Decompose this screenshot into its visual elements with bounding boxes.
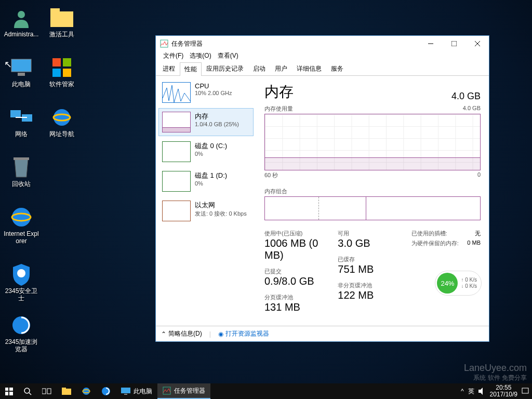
system-tray[interactable]: ^ 英 20:55 2017/10/9: [458, 383, 532, 399]
stat-nonpaged-label: 非分页缓冲池: [338, 282, 407, 289]
desktop-icon[interactable]: 回收站: [2, 156, 41, 188]
chevron-up-icon: ⌃: [161, 330, 166, 338]
svg-point-30: [24, 388, 30, 393]
desktop-icon-label: 网址导航: [43, 130, 81, 138]
desktop-icon[interactable]: 激活工具: [43, 6, 81, 38]
desktop-icon[interactable]: 网址导航: [43, 106, 81, 138]
desktop-icon-label: 2345安全卫士: [2, 287, 41, 302]
tray-chevron-icon[interactable]: ^: [461, 388, 464, 395]
tab-启动[interactable]: 启动: [248, 62, 270, 75]
iebig-icon: [10, 206, 33, 229]
svg-point-36: [83, 388, 90, 395]
axis-right: 0: [477, 171, 481, 179]
svg-marker-42: [478, 388, 483, 395]
notification-icon[interactable]: [522, 388, 529, 395]
svg-rect-21: [451, 41, 457, 46]
sidebar-item-disk[interactable]: 磁盘 1 (D:)0%: [158, 167, 254, 195]
sidebar-item-cpu[interactable]: CPU10% 2.00 GHz: [158, 78, 254, 107]
ime-indicator[interactable]: 英: [468, 387, 474, 396]
tab-性能[interactable]: 性能: [180, 62, 202, 76]
sidebar-item-mem[interactable]: 内存1.0/4.0 GB (25%): [158, 108, 254, 136]
memory-composition-bar: [264, 196, 481, 220]
tabs: 进程性能应用历史记录启动用户详细信息服务: [156, 62, 489, 76]
svg-rect-5: [52, 58, 61, 66]
sidebar-item-sub: 1.0/4.0 GB (25%): [195, 121, 239, 127]
tray-date[interactable]: 2017/10/9: [490, 391, 517, 398]
svg-rect-1: [50, 11, 73, 27]
tab-服务[interactable]: 服务: [326, 62, 348, 75]
desktop-icon-label: Internet Explorer: [2, 230, 41, 245]
badge-down: 0 K/s: [465, 283, 477, 289]
kv-val: 0 MB: [467, 240, 481, 247]
fewer-details-button[interactable]: ⌃简略信息(D): [161, 329, 202, 338]
svg-point-18: [12, 316, 30, 334]
comp-label: 内存组合: [264, 188, 287, 195]
svg-point-17: [17, 269, 25, 277]
resource-monitor-link[interactable]: ◉打开资源监视器: [218, 329, 269, 338]
tab-进程[interactable]: 进程: [158, 62, 180, 75]
svg-line-31: [29, 393, 31, 395]
desktop-icon[interactable]: 2345安全卫士: [2, 263, 41, 302]
svg-rect-4: [18, 73, 25, 76]
thumb-eth: [162, 201, 191, 221]
sidebar-item-sub: 0%: [195, 180, 227, 187]
pc-icon: [10, 56, 33, 79]
task-manager-window: 任务管理器 文件(F)选项(O)查看(V) 进程性能应用历史记录启动用户详细信息…: [155, 35, 489, 342]
desktop-icon-label: 网络: [2, 130, 41, 138]
minimize-button[interactable]: [419, 36, 442, 51]
monitor-icon: ◉: [218, 330, 223, 338]
svg-point-12: [54, 109, 70, 126]
stat-avail-label: 可用: [338, 230, 407, 237]
svg-rect-43: [522, 388, 528, 393]
desktop-icon[interactable]: Internet Explorer: [2, 206, 41, 245]
svg-rect-39: [121, 388, 130, 393]
stat-avail: 3.0 GB: [338, 237, 407, 249]
start-button[interactable]: [0, 383, 18, 399]
desktop-icon[interactable]: 此电脑: [2, 56, 41, 88]
pinned-ie[interactable]: [76, 383, 96, 399]
shield-icon: [10, 263, 33, 286]
taskbar-item-label: 任务管理器: [174, 387, 205, 395]
app-icon: [160, 39, 168, 48]
tab-应用历史记录[interactable]: 应用历史记录: [202, 62, 248, 75]
svg-rect-27: [9, 388, 13, 391]
stat-paged-label: 分页缓冲池: [264, 294, 334, 301]
svg-point-15: [12, 208, 31, 227]
desktop-icon[interactable]: 2345加速浏览器: [2, 314, 41, 353]
taskbar-item-label: 此电脑: [134, 387, 152, 396]
menu-item[interactable]: 文件(F): [160, 51, 187, 62]
menu-item[interactable]: 选项(O): [187, 51, 214, 62]
svg-rect-3: [11, 59, 31, 72]
stat-inuse-label: 使用中(已压缩): [264, 230, 334, 237]
perf-sidebar: CPU10% 2.00 GHz内存1.0/4.0 GB (25%)磁盘 0 (C…: [156, 76, 256, 326]
pinned-2345[interactable]: [96, 383, 116, 399]
taskview-button[interactable]: [37, 383, 57, 399]
menu-item[interactable]: 查看(V): [215, 51, 242, 62]
maximize-button[interactable]: [442, 36, 466, 51]
tab-详细信息[interactable]: 详细信息: [292, 62, 326, 75]
taskbar-item[interactable]: 任务管理器: [157, 383, 210, 399]
taskbar: 此电脑任务管理器 ^ 英 20:55 2017/10/9: [0, 383, 532, 399]
sidebar-item-disk[interactable]: 磁盘 0 (C:)0%: [158, 138, 254, 166]
desktop-icon-label: 软件管家: [43, 81, 81, 88]
svg-rect-35: [62, 388, 66, 390]
speed-badge[interactable]: 24% ↑ 0 K/s↓ 0 K/s: [435, 271, 482, 296]
close-button[interactable]: [466, 36, 489, 51]
titlebar[interactable]: 任务管理器: [156, 36, 489, 51]
perf-main: 内存 4.0 GB 内存使用量4.0 GB 60 秒0 内存组合 使用中(已压缩…: [256, 76, 489, 326]
desktop-icon[interactable]: 网络: [2, 106, 41, 138]
badge-up: 0 K/s: [465, 277, 477, 283]
ie-icon: [50, 106, 73, 129]
badge-pct: 24%: [437, 273, 458, 294]
usage-max: 4.0 GB: [463, 105, 481, 113]
desktop-icon[interactable]: 软件管家: [43, 56, 81, 88]
taskbar-item[interactable]: 此电脑: [116, 383, 157, 399]
menubar: 文件(F)选项(O)查看(V): [156, 51, 489, 62]
desktop-icon[interactable]: Administra...: [2, 6, 41, 38]
sidebar-item-eth[interactable]: 以太网发送: 0 接收: 0 Kbps: [158, 197, 254, 225]
volume-icon[interactable]: [478, 388, 486, 395]
search-button[interactable]: [18, 383, 37, 399]
tab-用户[interactable]: 用户: [270, 62, 292, 75]
pinned-explorer[interactable]: [57, 383, 76, 399]
metric-heading: 内存: [264, 82, 294, 102]
